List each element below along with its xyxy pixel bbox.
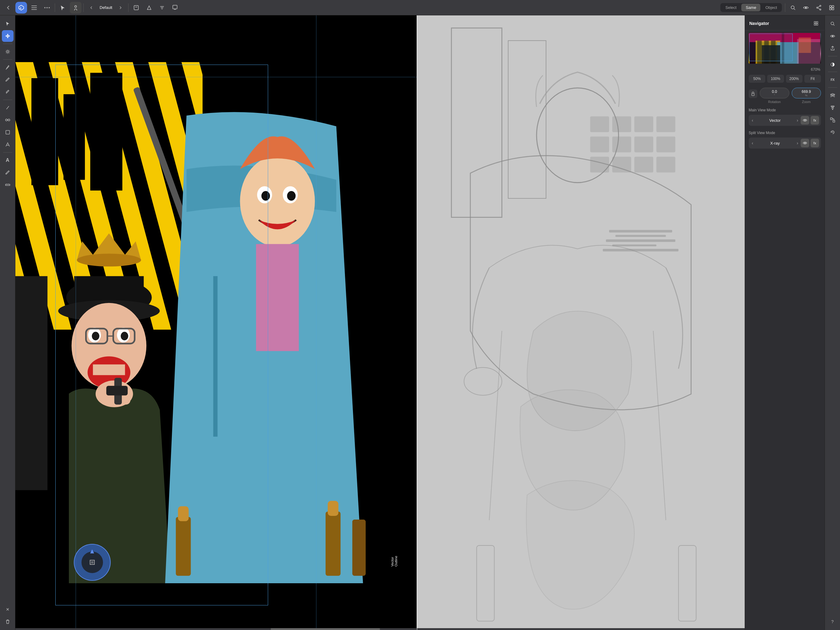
svg-rect-4 xyxy=(32,9,37,10)
svg-rect-31 xyxy=(6,130,9,134)
svg-rect-9 xyxy=(134,6,138,10)
svg-point-65 xyxy=(261,191,270,201)
pen-tool-btn[interactable] xyxy=(2,62,14,73)
svg-rect-76 xyxy=(15,276,47,315)
svg-text:A: A xyxy=(20,7,22,9)
svg-rect-3 xyxy=(32,7,37,8)
next-view-btn[interactable] xyxy=(115,2,126,14)
svg-point-6 xyxy=(46,7,47,8)
knife-tool-btn[interactable] xyxy=(2,102,14,114)
canvas-main[interactable]: Vector Outline ▲ xyxy=(15,15,420,315)
tool-sep-1 xyxy=(3,44,12,44)
svg-point-29 xyxy=(8,119,10,121)
svg-point-5 xyxy=(44,7,46,8)
svg-point-32 xyxy=(6,174,6,174)
brush-tool-btn[interactable] xyxy=(2,74,14,85)
svg-point-8 xyxy=(75,6,77,7)
svg-point-62 xyxy=(240,156,315,247)
svg-rect-14 xyxy=(173,5,177,9)
gear-tool-btn[interactable] xyxy=(2,46,14,57)
svg-rect-2 xyxy=(32,6,37,6)
blend-tool-btn[interactable] xyxy=(2,114,14,126)
vector-tool-btn[interactable] xyxy=(2,139,14,150)
move-tool-btn[interactable] xyxy=(2,30,14,42)
svg-rect-44 xyxy=(90,73,122,191)
svg-point-27 xyxy=(7,51,9,52)
more-button[interactable] xyxy=(41,2,53,14)
tool-sep-2 xyxy=(3,59,12,60)
prev-view-btn[interactable] xyxy=(85,2,97,14)
divider-1 xyxy=(55,3,55,12)
rectangle-tool-btn[interactable] xyxy=(2,127,14,138)
arrow-tool-btn[interactable] xyxy=(2,18,14,30)
text-tool-btn[interactable]: A xyxy=(2,154,14,166)
menu-button[interactable] xyxy=(28,2,40,14)
pointer-tool-btn[interactable] xyxy=(57,2,69,14)
triangle-btn[interactable] xyxy=(143,2,155,14)
split-divider[interactable] xyxy=(417,15,418,315)
back-button[interactable] xyxy=(2,2,14,14)
eyedropper-btn[interactable] xyxy=(2,167,14,179)
left-toolbar: A ✕ xyxy=(0,15,15,315)
app-icon-button[interactable]: A xyxy=(15,2,27,14)
layers-btn[interactable] xyxy=(130,2,142,14)
canvas-colored[interactable] xyxy=(15,15,417,315)
tool-sep-4 xyxy=(3,152,12,153)
canvas-area: Vector Outline ▲ Navigator xyxy=(15,15,420,315)
divider-2 xyxy=(83,3,84,12)
align-btn[interactable] xyxy=(156,2,168,14)
svg-rect-67 xyxy=(256,244,299,315)
touch-tool-btn[interactable] xyxy=(70,2,82,14)
tool-sep-3 xyxy=(3,100,12,100)
svg-rect-42 xyxy=(32,78,58,185)
svg-rect-61 xyxy=(213,276,218,315)
pencil-tool-btn[interactable] xyxy=(2,86,14,98)
svg-rect-33 xyxy=(6,184,10,185)
export-btn[interactable] xyxy=(169,2,181,14)
top-toolbar: A Default Select Same Object xyxy=(0,0,420,15)
ruler-btn[interactable] xyxy=(2,179,14,191)
svg-point-7 xyxy=(49,7,50,8)
current-view-label: Default xyxy=(98,5,114,10)
svg-point-28 xyxy=(6,119,7,121)
svg-point-58 xyxy=(77,254,141,267)
svg-rect-43 xyxy=(64,94,85,180)
svg-point-66 xyxy=(287,191,296,201)
